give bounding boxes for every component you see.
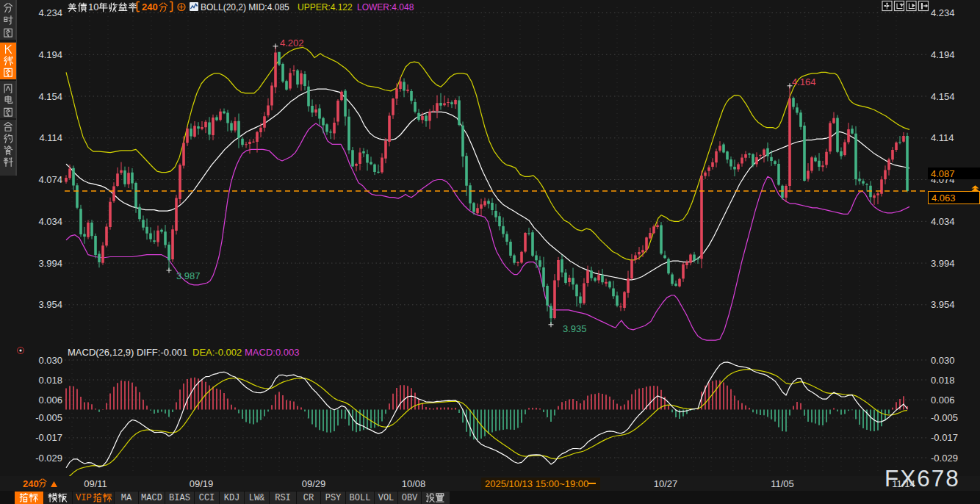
svg-text:0.006: 0.006 [38,395,62,406]
svg-text:CR: CR [303,493,314,503]
svg-text:4.034: 4.034 [38,216,62,227]
svg-text:10/08: 10/08 [402,478,426,489]
svg-text:240: 240 [23,478,39,489]
svg-text:4.154: 4.154 [931,91,955,102]
svg-text:-0.017: -0.017 [931,432,958,443]
svg-text:09/11: 09/11 [84,478,107,489]
svg-text:FX678: FX678 [884,465,960,492]
svg-text:4.114: 4.114 [39,132,62,143]
svg-text:3.935: 3.935 [563,323,587,334]
svg-text:LW&: LW& [249,493,265,503]
svg-text:-0.005: -0.005 [35,412,62,423]
svg-text:0.018: 0.018 [931,375,955,386]
svg-text:BOLL: BOLL [350,493,371,503]
svg-text:2025/10/13 15:00~19:00: 2025/10/13 15:00~19:00 [485,478,588,489]
svg-text:-0.005: -0.005 [931,412,958,423]
svg-text:09/19: 09/19 [190,478,214,489]
svg-text:4.194: 4.194 [931,49,955,60]
svg-text:4.234: 4.234 [38,7,62,18]
svg-text:0.006: 0.006 [931,395,955,406]
svg-text:LOWER:4.048: LOWER:4.048 [357,2,414,12]
svg-text:240: 240 [142,1,158,12]
svg-text:UPPER:4.122: UPPER:4.122 [298,2,353,12]
svg-text:-0.029: -0.029 [35,453,62,464]
svg-text:4.194: 4.194 [38,49,62,60]
svg-text:4.034: 4.034 [931,216,955,227]
svg-text:4.154: 4.154 [38,91,62,102]
svg-text:4.087: 4.087 [931,168,955,179]
svg-text:MA: MA [121,493,132,503]
svg-text:0.030: 0.030 [931,355,955,366]
svg-text:0.018: 0.018 [38,375,62,386]
svg-text:4.164: 4.164 [792,76,816,87]
svg-text:10/27: 10/27 [654,478,678,489]
svg-text:MACD:0.003: MACD:0.003 [245,347,299,358]
svg-text:MACD(26,12,9) DIFF:-0.001: MACD(26,12,9) DIFF:-0.001 [68,347,187,358]
svg-text:PSY: PSY [325,493,342,503]
svg-text:3.994: 3.994 [38,258,62,269]
svg-text:CCI: CCI [199,493,215,503]
svg-text:DEA:-0.002: DEA:-0.002 [192,347,242,358]
svg-text:RSI: RSI [275,493,291,503]
svg-text:OBV: OBV [402,493,418,503]
svg-text:11/05: 11/05 [771,478,794,489]
svg-text:4.202: 4.202 [280,37,304,48]
svg-text:0.030: 0.030 [38,355,62,366]
svg-text:MACD: MACD [141,493,162,503]
svg-text:BIAS: BIAS [169,493,190,503]
svg-text:KDJ: KDJ [224,493,240,503]
svg-text:3.994: 3.994 [931,258,955,269]
svg-text:09/29: 09/29 [302,478,326,489]
svg-text:-0.029: -0.029 [931,453,958,464]
svg-text:VIP: VIP [76,493,92,503]
svg-text:10: 10 [88,1,98,12]
svg-text:3.954: 3.954 [38,299,62,310]
svg-text:3.987: 3.987 [176,270,201,281]
svg-text:4.234: 4.234 [931,7,955,18]
svg-text:-0.017: -0.017 [35,432,62,443]
svg-text:BOLL(20,2) MID:4.085: BOLL(20,2) MID:4.085 [201,2,289,12]
svg-text:4.114: 4.114 [931,132,954,143]
svg-text:4.074: 4.074 [38,174,62,185]
svg-text:4.063: 4.063 [932,192,956,204]
svg-text:3.954: 3.954 [931,299,955,310]
svg-text:VOL: VOL [378,493,394,503]
